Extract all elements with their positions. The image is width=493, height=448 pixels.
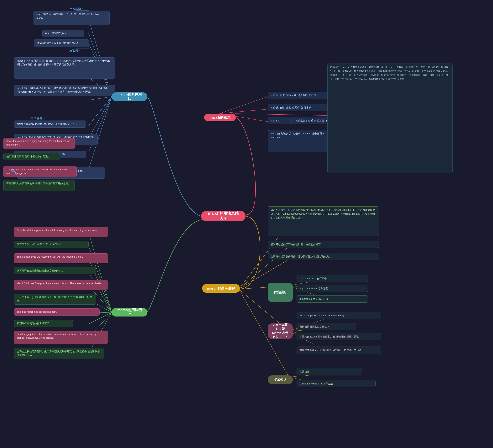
node-big-explanation: 在英语中，march不仅具有上述意思，还有更详细的用法。march作名词 n. … — [327, 64, 453, 173]
node-expand2: 1.marcher＝march＋er 示威者 — [297, 380, 376, 387]
svg-line-15 — [235, 114, 327, 116]
node-usage-examples[interactable]: march的用法例句 — [112, 308, 147, 317]
node-gaokao-main: 该词在高考中，出现最多的题型是在阅读理解分占据了68.5200000000000… — [268, 206, 379, 236]
node-example2-zh: 钢琴师弹奏结婚进行曲送走这幸福的一对。 — [14, 267, 96, 274]
node-example5-zh: 合资企业从使用洋品牌、生产洋车型发展到中外双方共同经营中方品牌,联手进军国际市场… — [14, 348, 104, 359]
node-gaokao-high-score: 在高考中想要获得高分，建议同学重点掌握以下知识点 — [268, 253, 379, 260]
node-real4: 本题主要考察march作名词时示威游行；抗议游行的用法 — [297, 347, 381, 354]
svg-line-5 — [89, 97, 112, 126]
node-fixed-label: 固定搭配 — [268, 283, 293, 302]
node-march-calendar: March指公历一年中的第三个月份;农历中的3月是the third moon。 — [34, 11, 110, 25]
svg-line-12 — [220, 97, 268, 114]
node-march-abbrev: March可缩写为Mar.. — [42, 30, 84, 37]
node-gaokao[interactable]: march的高考讲解 — [202, 284, 240, 293]
node-ex4: 有空间不大,如美丽的输家,在目前正在进行的三月的进展。 — [3, 180, 75, 191]
mind-map-container: 用作名词 n. March指公历一年中的第三个月份;农历中的3月是the thi… — [0, 0, 493, 448]
node-example1-zh: 旁观的人离开人行道,加入游行示威的队伍。 — [14, 241, 89, 248]
node-fixed3: 3.march along 沿着...行进 — [297, 295, 368, 303]
node-march-n-label: n. March — [268, 117, 292, 124]
node-example2: The pianist played the happy pair out wi… — [14, 253, 108, 263]
node-march-attr: March在句中可置于其他名词前作定语。 — [34, 39, 89, 47]
node-real-label: 2.当m大写时，即March 表示月份，三月 — [268, 323, 293, 339]
node-central[interactable]: march的用法总结大全 — [201, 211, 246, 221]
node-ex1: Shoulder to shoulder, singing and liftin… — [3, 138, 75, 149]
noun-label-top: 用作名词 n. — [69, 7, 84, 11]
node-example5: Sino foreign joint venture marches into … — [14, 331, 108, 344]
node-real1: What happened to Paris on a march day? — [297, 312, 381, 319]
noun-label-2: 用作名词 n. — [30, 117, 45, 120]
node-expand1: 真题回顾 — [297, 368, 362, 375]
svg-line-8 — [89, 97, 112, 169]
node-example3-zh: 三月二十六日(一)乔.科尔进行了一次足部扫描,受伤过度的骨折已经愈合。 — [14, 294, 96, 305]
node-example3: March 26 th Joe Cole goes for a scan on … — [14, 280, 108, 290]
node-march-basic: march的基本意思是"前进""使前进"。作"前进,解释,常指于部队行军,有时也… — [14, 57, 115, 78]
svg-line-13 — [220, 109, 268, 114]
node-specific-usage[interactable]: march的具体用法 — [112, 92, 147, 101]
zh-label: 知: — [11, 169, 15, 173]
node-real3: 本题来自2017年高考英语北京卷 阅读理解 题选A 题设 — [297, 333, 381, 340]
node-real2: 游行当天巴黎发生了什么？ — [297, 323, 356, 330]
node-expand-label: 扩展知识 — [268, 375, 293, 384]
node-meaning[interactable]: march的意思 — [204, 114, 236, 121]
node-march-dir: march可接away, in, into, off, down, up等表示前… — [14, 120, 86, 128]
node-example4: The long march had callused his feet. — [14, 308, 100, 316]
node-march-transit: march既可用作不及物动词,也可用作及物动词。用作及物动词时,接名词或代词作宾… — [14, 85, 115, 96]
svg-line-19 — [89, 272, 112, 312]
node-gaokao-chart-ref: 易学哥也提供了下方的统计图，方便您参考下 — [268, 241, 379, 248]
svg-line-6 — [89, 97, 112, 139]
node-ex2: 他们肩并着肩,唱着歌,举着红旗向前进。 — [3, 153, 60, 160]
node-example1: Onlookers left the pavement and fell in … — [14, 227, 108, 237]
node-fixed1: 1.on the march 在行军中 — [297, 275, 368, 282]
node-example4-zh: 长期的行军使他的脚上结茧了。 — [14, 320, 73, 327]
svg-line-4 — [89, 97, 112, 100]
verb-label: 用动词 v. — [69, 49, 81, 52]
node-fixed2: 2.go on a march 参加游行 — [297, 285, 368, 292]
